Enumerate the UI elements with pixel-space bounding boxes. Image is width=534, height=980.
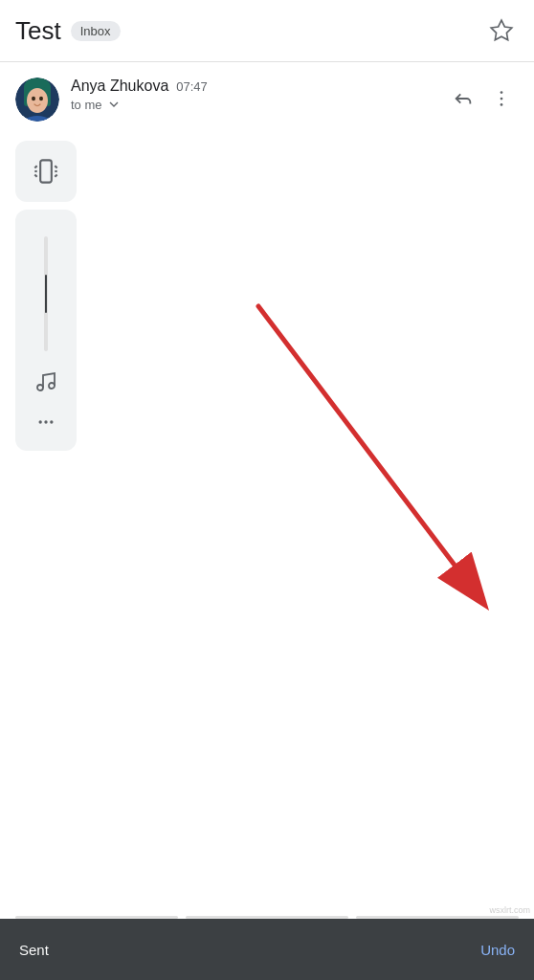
sender-info: Anya Zhukova 07:47 to me: [71, 78, 434, 112]
audio-slider-track: [44, 236, 48, 351]
audio-slider-thumb: [45, 275, 47, 313]
svg-marker-0: [491, 20, 512, 40]
attachment-icon-box[interactable]: [15, 141, 77, 202]
email-time: 07:47: [176, 79, 208, 94]
svg-point-6: [27, 88, 48, 113]
svg-line-14: [34, 166, 36, 167]
email-sender-section: Anya Zhukova 07:47 to me: [0, 62, 534, 133]
email-actions: [446, 78, 519, 116]
snackbar-message: Sent: [19, 942, 49, 958]
music-note-icon: [34, 363, 57, 405]
attachment-panel: [0, 133, 534, 458]
avatar: [15, 78, 59, 122]
svg-point-22: [39, 420, 42, 423]
watermark: wsxlrt.com: [490, 905, 531, 915]
page-title: Test: [15, 16, 61, 46]
media-more-button[interactable]: [36, 405, 56, 443]
undo-button[interactable]: Undo: [480, 942, 515, 958]
to-me-label: to me: [71, 98, 102, 112]
media-panel[interactable]: [15, 210, 77, 451]
reply-button[interactable]: [446, 81, 480, 116]
svg-point-11: [501, 98, 503, 100]
star-button[interactable]: [484, 13, 519, 48]
sender-row: Anya Zhukova 07:47: [71, 78, 434, 95]
svg-rect-13: [40, 160, 52, 182]
more-icon: [491, 88, 512, 109]
vibrate-icon: [33, 158, 59, 185]
snackbar: Sent Undo: [0, 919, 534, 980]
sender-name: Anya Zhukova: [71, 78, 168, 95]
avatar-image: [15, 78, 59, 122]
inbox-badge[interactable]: Inbox: [71, 21, 121, 41]
email-header-bar: Test Inbox: [0, 0, 534, 61]
svg-line-19: [55, 175, 56, 177]
svg-line-17: [55, 166, 56, 167]
svg-point-10: [501, 91, 503, 94]
svg-point-7: [32, 97, 35, 100]
svg-point-12: [501, 103, 503, 106]
svg-point-23: [44, 420, 47, 423]
reply-icon: [453, 88, 474, 109]
header-left: Test Inbox: [15, 16, 121, 46]
svg-point-8: [39, 97, 43, 100]
to-me-row[interactable]: to me: [71, 97, 434, 112]
svg-line-16: [34, 175, 36, 177]
more-button[interactable]: [484, 81, 519, 116]
chevron-down-icon: [106, 97, 122, 112]
star-icon: [489, 18, 514, 43]
svg-point-24: [50, 420, 53, 423]
svg-point-21: [49, 383, 55, 389]
svg-point-20: [37, 385, 43, 390]
